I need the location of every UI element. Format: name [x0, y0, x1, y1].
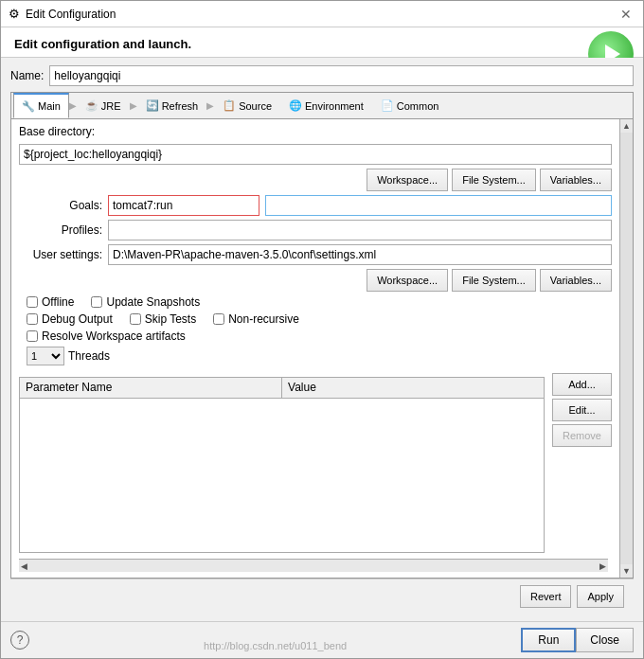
- user-settings-row: User settings:: [19, 244, 612, 265]
- profiles-label: Profiles:: [19, 223, 102, 237]
- file-system-button-2[interactable]: File System...: [452, 269, 536, 292]
- update-snapshots-checkbox-item: Update Snapshots: [91, 295, 200, 309]
- tabs-row: 🔧 Main ▶ ☕ JRE ▶ 🔄 Refresh ▶ 📋 Source: [11, 93, 633, 119]
- panel-content: Base directory: Workspace... File System…: [11, 119, 619, 578]
- profiles-row: Profiles:: [19, 220, 612, 240]
- resolve-workspace-checkbox[interactable]: [27, 330, 38, 342]
- threads-label: Threads: [68, 349, 110, 363]
- profiles-input[interactable]: [108, 220, 612, 240]
- run-button[interactable]: Run: [521, 628, 576, 652]
- workspace-button-1[interactable]: Workspace...: [367, 169, 448, 191]
- update-snapshots-label: Update Snapshots: [106, 295, 200, 309]
- bottom-footer: ? http://blog.csdn.net/u011_bend Run Clo…: [1, 621, 643, 658]
- main-icon: 🔧: [22, 100, 35, 113]
- scroll-down-arrow[interactable]: ▼: [620, 564, 633, 578]
- apply-button[interactable]: Apply: [577, 585, 624, 608]
- param-side-buttons: Add... Edit... Remove: [552, 373, 612, 553]
- title-icon: ⚙: [9, 7, 20, 21]
- title-bar: ⚙ Edit Configuration ✕: [1, 1, 643, 27]
- tab-refresh[interactable]: 🔄 Refresh: [137, 93, 207, 118]
- tab-common-label: Common: [397, 100, 439, 112]
- watermark: http://blog.csdn.net/u011_bend: [204, 640, 347, 651]
- tab-jre[interactable]: ☕ JRE: [77, 93, 130, 118]
- skip-tests-label: Skip Tests: [145, 312, 196, 326]
- threads-select[interactable]: 1 2 4: [27, 347, 64, 365]
- goals-label: Goals:: [19, 199, 102, 212]
- revert-button[interactable]: Revert: [520, 585, 571, 608]
- edit-button[interactable]: Edit...: [552, 399, 612, 421]
- close-button[interactable]: Close: [576, 628, 634, 652]
- dialog-subtitle: Edit configuration and launch.: [14, 37, 191, 51]
- tab-source-label: Source: [239, 100, 272, 112]
- param-col-name: Parameter Name: [20, 378, 282, 398]
- user-settings-label: User settings:: [19, 248, 102, 261]
- dialog-header: Edit configuration and launch.: [1, 27, 643, 58]
- goals-extra-input[interactable]: [265, 195, 612, 216]
- debug-output-checkbox[interactable]: [27, 313, 38, 325]
- common-icon: 📄: [381, 99, 394, 112]
- parameter-table: Parameter Name Value: [19, 377, 545, 553]
- tab-refresh-label: Refresh: [162, 100, 199, 112]
- dialog-title: Edit Configuration: [26, 8, 116, 21]
- scroll-right-arrow[interactable]: ▶: [598, 561, 608, 571]
- non-recursive-checkbox-item: Non-recursive: [213, 312, 299, 326]
- scrollbar-track: [620, 133, 633, 564]
- name-label: Name:: [10, 69, 44, 82]
- update-snapshots-checkbox[interactable]: [91, 296, 102, 308]
- base-directory-input[interactable]: [19, 144, 612, 165]
- tab-environment[interactable]: 🌐 Environment: [280, 93, 372, 118]
- non-recursive-checkbox[interactable]: [213, 313, 224, 325]
- offline-checkbox[interactable]: [27, 296, 38, 308]
- remove-button[interactable]: Remove: [552, 424, 612, 447]
- tab-jre-label: JRE: [101, 100, 121, 112]
- param-col-value: Value: [282, 378, 544, 398]
- jre-icon: ☕: [85, 99, 98, 112]
- tab-environment-label: Environment: [305, 100, 364, 112]
- base-directory-label: Base directory:: [19, 125, 612, 138]
- param-table-body: [20, 399, 544, 552]
- skip-tests-checkbox[interactable]: [130, 313, 141, 325]
- param-table-header: Parameter Name Value: [20, 378, 544, 399]
- variables-button-1[interactable]: Variables...: [540, 169, 612, 191]
- dialog-body: Name: 🔧 Main ▶ ☕ JRE ▶ 🔄 Refresh: [1, 58, 643, 621]
- tab-main-label: Main: [38, 100, 61, 112]
- scroll-left-arrow[interactable]: ◀: [19, 561, 29, 571]
- offline-label: Offline: [42, 295, 74, 309]
- checkbox-row-2: Debug Output Skip Tests Non-recursive: [27, 312, 612, 326]
- workspace-button-2[interactable]: Workspace...: [367, 269, 448, 292]
- env-icon: 🌐: [289, 99, 302, 112]
- help-button[interactable]: ?: [10, 631, 29, 650]
- debug-output-label: Debug Output: [42, 312, 113, 326]
- goals-input[interactable]: [108, 195, 259, 216]
- window-close-button[interactable]: ✕: [617, 5, 635, 24]
- name-row: Name:: [10, 65, 634, 86]
- threads-row: 1 2 4 Threads: [27, 347, 612, 365]
- skip-tests-checkbox-item: Skip Tests: [130, 312, 196, 326]
- name-input[interactable]: [49, 65, 634, 86]
- goals-row: Goals:: [19, 195, 612, 216]
- horizontal-scrollbar[interactable]: ◀ ▶: [19, 559, 608, 572]
- non-recursive-label: Non-recursive: [228, 312, 299, 326]
- file-system-button-1[interactable]: File System...: [452, 169, 536, 191]
- variables-button-2[interactable]: Variables...: [540, 269, 612, 292]
- tab-source[interactable]: 📋 Source: [214, 93, 280, 118]
- offline-checkbox-item: Offline: [27, 295, 74, 309]
- tabs-panel: 🔧 Main ▶ ☕ JRE ▶ 🔄 Refresh ▶ 📋 Source: [10, 92, 634, 579]
- base-directory-btn-row: Workspace... File System... Variables...: [19, 169, 612, 191]
- debug-output-checkbox-item: Debug Output: [27, 312, 113, 326]
- source-icon: 📋: [223, 99, 236, 112]
- user-settings-input[interactable]: [108, 244, 612, 265]
- dialog-footer: Revert Apply: [10, 579, 634, 614]
- vertical-scrollbar[interactable]: ▲ ▼: [619, 119, 633, 578]
- checkbox-row-1: Offline Update Snapshots: [27, 295, 612, 309]
- add-button[interactable]: Add...: [552, 373, 612, 396]
- tab-main[interactable]: 🔧 Main: [13, 93, 69, 118]
- checkbox-row-3: Resolve Workspace artifacts: [27, 330, 612, 343]
- refresh-icon: 🔄: [146, 99, 159, 112]
- user-settings-btn-row: Workspace... File System... Variables...: [19, 269, 612, 292]
- resolve-workspace-label: Resolve Workspace artifacts: [42, 330, 186, 343]
- scroll-up-arrow[interactable]: ▲: [620, 119, 633, 133]
- tab-common[interactable]: 📄 Common: [372, 93, 448, 118]
- resolve-workspace-checkbox-item: Resolve Workspace artifacts: [27, 330, 186, 343]
